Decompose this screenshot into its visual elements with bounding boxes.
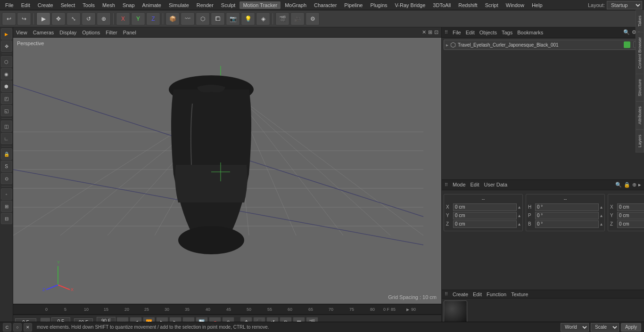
menu-vray[interactable]: V-Ray Bridge xyxy=(392,1,429,9)
menu-animate[interactable]: Animate xyxy=(139,1,165,9)
left-tool-6[interactable]: ◰ xyxy=(1,93,12,104)
attr-icon-3[interactable]: ⊕ xyxy=(632,182,636,188)
attr-icon-4[interactable]: ▸ xyxy=(638,182,641,188)
viewport-menu-panel[interactable]: Panel xyxy=(123,30,136,35)
left-tool-13[interactable]: ◦ xyxy=(1,188,12,200)
size-x-input[interactable] xyxy=(617,203,644,211)
field-button[interactable]: ◈ xyxy=(256,12,270,25)
z-axis-button[interactable]: Z xyxy=(146,12,160,25)
universal-tool-button[interactable]: ⊕ xyxy=(97,12,111,25)
menu-mograph[interactable]: MoGraph xyxy=(281,1,310,9)
om-search-icon[interactable]: 🔍 xyxy=(623,29,630,35)
menu-simulate[interactable]: Simulate xyxy=(165,1,192,9)
left-tool-3[interactable]: ⬡ xyxy=(1,56,12,67)
pos-x-input[interactable] xyxy=(453,203,517,211)
mat-menu-create[interactable]: Create xyxy=(453,292,468,297)
x-axis-button[interactable]: X xyxy=(116,12,130,25)
menu-render[interactable]: Render xyxy=(193,1,217,9)
menu-character[interactable]: Character xyxy=(311,1,340,9)
left-tool-8[interactable]: ◫ xyxy=(1,121,12,132)
rotate-tool-button[interactable]: ↺ xyxy=(82,12,96,25)
viewport-menu-options[interactable]: Options xyxy=(82,30,100,35)
left-tool-4[interactable]: ◉ xyxy=(1,68,12,80)
side-tab-layers[interactable]: Layers xyxy=(636,130,644,153)
mat-swatch[interactable] xyxy=(444,300,467,324)
menu-mesh[interactable]: Mesh xyxy=(99,1,118,9)
viewport-icon-2[interactable]: ⊞ xyxy=(428,29,432,35)
viewport-menu-filter[interactable]: Filter xyxy=(106,30,117,35)
menu-select[interactable]: Select xyxy=(58,1,79,9)
menu-help[interactable]: Help xyxy=(528,1,546,9)
layout-dropdown[interactable]: Startup Standard Animate xyxy=(607,1,642,9)
mat-menu-function[interactable]: Function xyxy=(487,292,506,297)
viewport-menu-cameras[interactable]: Cameras xyxy=(33,30,54,35)
status-icon-close[interactable]: ✕ xyxy=(24,323,32,332)
spline-button[interactable]: 〰 xyxy=(181,12,195,25)
rot-h-input[interactable] xyxy=(535,203,599,211)
status-icon-mode[interactable]: ○ xyxy=(13,323,22,332)
om-menu-edit[interactable]: Edit xyxy=(466,30,475,35)
render-settings-button[interactable]: ⚙ xyxy=(305,12,320,25)
rot-b-input[interactable] xyxy=(535,220,599,228)
attr-menu-edit[interactable]: Edit xyxy=(471,182,479,187)
left-tool-11[interactable]: S xyxy=(1,161,12,172)
om-menu-bookmarks[interactable]: Bookmarks xyxy=(517,30,543,35)
viewport-menu-display[interactable]: Display xyxy=(59,30,76,35)
om-menu-file[interactable]: File xyxy=(453,30,461,35)
cube-button[interactable]: 📦 xyxy=(165,12,180,25)
menu-pipeline[interactable]: Pipeline xyxy=(341,1,366,9)
size-y-input[interactable] xyxy=(617,212,644,219)
y-axis-button[interactable]: Y xyxy=(131,12,145,25)
viewport-icon-3[interactable]: ⊡ xyxy=(434,29,438,35)
size-z-input[interactable] xyxy=(617,220,644,228)
om-menu-objects[interactable]: Objects xyxy=(479,30,497,35)
attr-menu-mode[interactable]: Mode xyxy=(453,182,466,187)
camera-button[interactable]: 📷 xyxy=(226,12,240,25)
menu-plugins[interactable]: Plugins xyxy=(367,1,390,9)
menu-edit[interactable]: Edit xyxy=(18,1,33,9)
left-tool-14[interactable]: ⊞ xyxy=(1,201,12,212)
om-visibility-dot[interactable] xyxy=(624,41,630,48)
nurbs-button[interactable]: ⬡ xyxy=(196,12,210,25)
undo-button[interactable]: ↩ xyxy=(2,12,16,25)
menu-sculpt[interactable]: Sculpt xyxy=(218,1,239,9)
rot-p-input[interactable] xyxy=(535,212,599,219)
scale-tool-button[interactable]: ⤡ xyxy=(66,12,81,25)
side-tab-takes[interactable]: Takes xyxy=(636,10,644,32)
side-tab-structure[interactable]: Structure xyxy=(636,74,644,102)
viewport[interactable]: Perspective Grid Spacing : 10 cm Y X Z xyxy=(13,38,441,304)
menu-create[interactable]: Create xyxy=(34,1,57,9)
attr-icon-1[interactable]: 🔍 xyxy=(615,182,622,188)
redo-button[interactable]: ↪ xyxy=(17,12,31,25)
mat-menu-edit[interactable]: Edit xyxy=(473,292,482,297)
menu-file[interactable]: File xyxy=(2,1,17,9)
light-button[interactable]: 💡 xyxy=(241,12,255,25)
select-tool-button[interactable]: ▶ xyxy=(36,12,50,25)
menu-script[interactable]: Script xyxy=(482,1,502,9)
om-object-row[interactable]: ▸ ⬡ Travel_Eyelash_Curler_Japonesque_Bla… xyxy=(444,40,642,50)
pos-z-input[interactable] xyxy=(453,220,517,228)
menu-3dtoall[interactable]: 3DToAll xyxy=(429,1,454,9)
render-button[interactable]: 🎥 xyxy=(290,12,305,25)
attr-menu-userdata[interactable]: User Data xyxy=(484,182,508,187)
pos-y-input[interactable] xyxy=(453,212,517,219)
viewport-menu-view[interactable]: View xyxy=(16,30,27,35)
attr-icon-2[interactable]: 🔒 xyxy=(624,182,630,188)
menu-motion-tracker[interactable]: Motion Tracker xyxy=(239,1,281,9)
left-tool-7[interactable]: ◱ xyxy=(1,105,12,116)
viewport-icon-1[interactable]: ✕ xyxy=(422,29,426,35)
om-menu-tags[interactable]: Tags xyxy=(502,30,512,35)
menu-window[interactable]: Window xyxy=(503,1,528,9)
left-tool-10[interactable]: 🔒 xyxy=(1,148,12,160)
render-view-button[interactable]: 🎬 xyxy=(275,12,289,25)
deformer-button[interactable]: ⧠ xyxy=(211,12,225,25)
left-tool-9[interactable]: ∟ xyxy=(1,133,12,144)
menu-tools[interactable]: Tools xyxy=(79,1,98,9)
side-tab-attributes[interactable]: Attributes xyxy=(636,101,644,130)
menu-redshift[interactable]: Redshift xyxy=(455,1,480,9)
left-tool-15[interactable]: ⊟ xyxy=(1,213,12,224)
side-tab-content-browser[interactable]: Content Browser xyxy=(636,32,644,74)
left-tool-12[interactable]: ⊙ xyxy=(1,173,12,184)
left-tool-5[interactable]: ⬢ xyxy=(1,81,12,92)
mat-menu-texture[interactable]: Texture xyxy=(511,292,528,297)
